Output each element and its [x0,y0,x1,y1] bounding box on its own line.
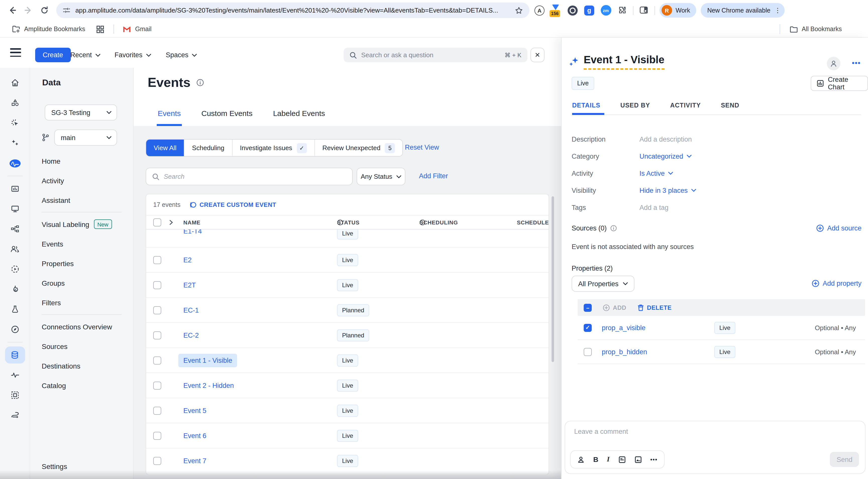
comment-box[interactable]: Leave a comment B I ••• Send [565,421,866,474]
zoom-extension-icon[interactable]: zm [600,4,612,16]
table-row[interactable]: E1-T4 Live [146,229,549,248]
adblock-extension-icon[interactable]: 156 [550,4,562,16]
activity-dropdown[interactable]: Is Active [640,169,673,177]
tags-placeholder[interactable]: Add a tag [640,203,669,211]
property-checkbox-checked[interactable]: ✓ [584,324,592,332]
create-button[interactable]: Create [35,48,70,62]
reload-icon[interactable] [39,5,50,15]
code-block-icon[interactable] [618,456,626,463]
sidebar-item-home[interactable]: Home [30,151,133,171]
property-name-link[interactable]: prop_a_visible [602,324,646,331]
review-unexpected-button[interactable]: Review Unexpected 5 [314,139,402,156]
description-placeholder[interactable]: Add a description [640,135,692,143]
sidebar-item-destinations[interactable]: Destinations [30,356,133,376]
row-checkbox[interactable] [153,457,161,465]
table-row-selected[interactable]: Event 1 - Visible Live [146,348,549,373]
sidebar-item-visual-labeling[interactable]: Visual Labeling New [30,214,133,234]
row-checkbox[interactable] [153,381,161,389]
event-name-link[interactable]: EC-2 [183,331,199,339]
close-search-button[interactable]: ✕ [530,48,545,62]
row-checkbox[interactable] [153,432,161,440]
chrome-update-pill[interactable]: New Chrome available ⋮ [701,3,785,18]
event-name-link[interactable]: Event 7 [183,457,207,465]
investigate-issues-button[interactable]: Investigate Issues ✓ [232,139,314,156]
sidebar-item-settings[interactable]: Settings [42,462,67,471]
password-extension-icon[interactable] [567,4,579,16]
table-row[interactable]: EC-1 Planned [146,298,549,323]
select-all-properties-checkbox[interactable]: – [584,304,592,312]
back-icon[interactable] [7,5,18,15]
property-name-link[interactable]: prop_b_hidden [602,348,647,355]
row-checkbox[interactable] [153,281,161,289]
bulk-delete-button[interactable]: DELETE [638,304,672,311]
event-name-link[interactable]: E1-T4 [183,229,202,235]
sidebar-item-events[interactable]: Events [30,234,133,254]
add-property-button[interactable]: Add property [811,280,862,287]
table-scrollbar[interactable] [552,196,554,362]
table-row[interactable]: E2 Live [146,248,549,273]
create-chart-button[interactable]: Create Chart [811,76,868,91]
sidebar-item-sources[interactable]: Sources [30,337,133,356]
sidebar-item-properties[interactable]: Properties [30,254,133,273]
property-row[interactable]: prop_b_hidden Live Optional • Any [578,340,865,364]
event-name-link[interactable]: Event 2 - Hidden [183,382,234,389]
sidebar-item-activity[interactable]: Activity [30,171,133,190]
apps-grid-icon[interactable] [96,21,104,38]
recent-menu[interactable]: Recent [70,48,100,62]
column-scheduled[interactable]: SCHEDULED [517,219,549,225]
tab-labeled-events[interactable]: Labeled Events [273,109,325,118]
create-custom-event-button[interactable]: CREATE CUSTOM EVENT [189,201,276,208]
row-checkbox[interactable] [153,356,161,364]
reader-extension-icon[interactable]: A [533,4,546,16]
dashboard-icon[interactable] [5,179,25,199]
bulk-add-button[interactable]: ADD [603,304,626,311]
status-filter-select[interactable]: Any Status [356,168,405,185]
spaces-menu[interactable]: Spaces [166,48,197,62]
event-name-link[interactable]: Event 6 [183,432,207,439]
compass-icon[interactable] [5,319,25,340]
all-bookmarks[interactable]: All Bookmarks [789,21,842,38]
experiment-flask-icon[interactable] [5,299,25,319]
table-row[interactable]: Event 7 Live [146,448,549,474]
expand-all-icon[interactable] [169,219,173,225]
add-source-button[interactable]: Add source [816,224,862,232]
data-catalog-icon[interactable] [5,346,25,363]
favorites-menu[interactable]: Favorites [115,48,151,62]
sidebar-item-catalog[interactable]: Catalog [30,376,133,395]
more-formatting-icon[interactable]: ••• [650,456,657,462]
category-dropdown[interactable]: Uncategorized [640,152,692,160]
row-checkbox[interactable] [153,407,161,414]
sidebar-item-assistant[interactable]: Assistant [30,190,133,210]
table-row[interactable]: Event 5 Live [146,398,549,423]
visual-select-icon[interactable] [5,113,25,133]
row-checkbox[interactable] [153,256,161,264]
tab-activity[interactable]: ACTIVITY [670,102,701,116]
ai-sparkles-icon[interactable] [5,133,25,153]
table-row[interactable]: Event 2 - Hidden Live [146,373,549,398]
bookmark-gmail[interactable]: Gmail [123,21,151,38]
signals-pulse-icon[interactable] [5,365,25,385]
more-menu-icon[interactable]: ••• [852,59,861,67]
home-icon[interactable] [5,73,25,93]
sidebar-item-connections-overview[interactable]: Connections Overview [30,317,133,337]
table-row[interactable]: Event 6 Live [146,423,549,448]
taxonomy-flow-icon[interactable] [5,219,25,239]
grammarly-extension-icon[interactable]: g [583,4,595,16]
view-all-button[interactable]: View All [146,139,184,156]
events-search-input[interactable] [164,173,346,180]
table-row[interactable]: EC-2 Planned [146,323,549,348]
row-checkbox[interactable] [153,306,161,314]
site-settings-icon[interactable] [63,6,70,14]
add-filter-link[interactable]: Add Filter [419,172,448,180]
property-checkbox[interactable] [584,348,592,356]
bold-icon[interactable]: B [593,455,598,464]
forward-icon[interactable] [23,5,34,15]
tab-send[interactable]: SEND [721,102,739,116]
amplitude-logo-icon[interactable] [5,153,25,173]
italic-icon[interactable]: I [607,455,610,464]
property-row[interactable]: ✓ prop_a_visible Live Optional • Any [578,316,865,340]
mention-icon[interactable] [577,456,585,463]
users-icon[interactable] [5,239,25,259]
bookmark-star-icon[interactable] [515,6,523,14]
event-name-link[interactable]: Event 1 - Visible [178,353,237,367]
